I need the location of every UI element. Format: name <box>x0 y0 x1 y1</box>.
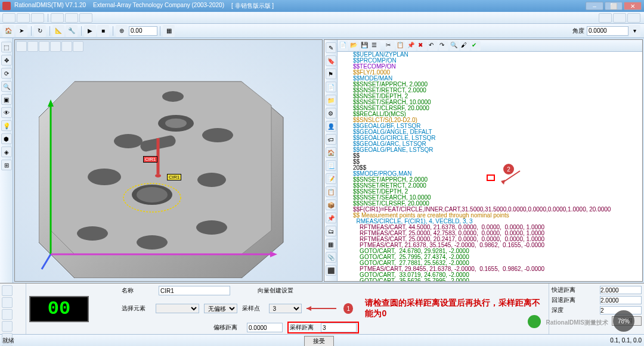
code-tool-home-icon[interactable]: 🏠 <box>326 147 336 158</box>
code-brush-icon[interactable]: 🖌 <box>460 41 470 51</box>
svg-point-13 <box>162 91 184 102</box>
arrow-icon[interactable]: ➤ <box>16 25 27 37</box>
coord-input[interactable] <box>129 26 157 36</box>
code-tool-pin-icon[interactable]: 📌 <box>326 213 336 223</box>
menu-item-6[interactable] <box>79 13 92 23</box>
name-input[interactable] <box>159 286 230 295</box>
svg-point-4 <box>137 187 168 202</box>
compensation-dropdown[interactable]: 无偏移 <box>204 304 237 313</box>
play-icon[interactable]: ▶ <box>84 25 96 37</box>
bottom-tool-3[interactable] <box>2 309 13 320</box>
bottom-tool-1[interactable] <box>2 285 13 296</box>
wire-icon[interactable]: ⊞ <box>1 160 12 170</box>
measure-icon[interactable]: ⊕ <box>116 25 128 37</box>
elem-btn-2[interactable] <box>107 304 117 313</box>
elem-btn-1[interactable] <box>97 304 106 313</box>
rotate-icon[interactable]: ⟳ <box>1 68 12 79</box>
code-open-icon[interactable]: 📂 <box>349 41 359 51</box>
vp-tool-3[interactable] <box>39 41 49 52</box>
surface-icon[interactable]: ◈ <box>1 146 12 157</box>
code-undo-icon[interactable]: ↶ <box>428 41 438 51</box>
zoom-icon[interactable]: 🔍 <box>1 81 12 92</box>
refresh-icon[interactable]: ↻ <box>34 25 46 37</box>
menu-item-5[interactable] <box>65 13 78 23</box>
select-elem-dropdown[interactable] <box>156 304 199 313</box>
code-tool-file-icon[interactable]: 📃 <box>326 160 336 171</box>
code-tool-pencil-icon[interactable]: ✎ <box>326 42 336 53</box>
misc-btn-1[interactable] <box>97 323 106 332</box>
code-tool-grid-icon[interactable]: ▦ <box>326 239 336 250</box>
code-tool-note-icon[interactable]: 📝 <box>326 173 336 184</box>
vp-tool-1[interactable] <box>16 41 27 52</box>
code-tool-flag-icon[interactable]: ⚑ <box>326 68 336 79</box>
3d-viewport[interactable]: CIR1 CIR1 <box>14 39 323 282</box>
window-minimize-button[interactable]: – <box>586 2 603 10</box>
menu-right-1[interactable] <box>599 13 612 23</box>
light-icon[interactable]: 💡 <box>1 120 12 131</box>
part-icon[interactable]: ⬢ <box>1 133 12 144</box>
code-tool-layers-icon[interactable]: 🗂 <box>326 226 336 236</box>
menu-right-3[interactable] <box>627 13 640 23</box>
view-icon[interactable]: 👁 <box>1 107 12 118</box>
sample-points-input[interactable]: 3 <box>269 304 302 313</box>
fit-icon[interactable]: ▣ <box>1 94 12 105</box>
code-delete-icon[interactable]: ✖ <box>417 41 427 51</box>
menu-item-3[interactable] <box>31 13 44 23</box>
code-cut-icon[interactable]: ✂ <box>385 41 395 51</box>
code-tool-tag-icon[interactable]: 🏷 <box>326 134 336 145</box>
menu-item-4[interactable] <box>51 13 64 23</box>
menu-right-2[interactable] <box>613 13 626 23</box>
label-cir1-yellow[interactable]: CIR1 <box>167 174 181 180</box>
zoom-badge[interactable]: 78% <box>613 310 634 332</box>
label-cir1-red[interactable]: CIR1 <box>143 156 157 163</box>
code-tool-doc2-icon[interactable]: 📋 <box>326 186 336 197</box>
fast-dist-input[interactable] <box>600 286 642 294</box>
shape-btn-2[interactable] <box>107 286 117 295</box>
move-icon[interactable]: ✥ <box>1 55 12 66</box>
code-tool-clip-icon[interactable]: 📎 <box>326 252 336 263</box>
code-tool-doc-icon[interactable]: 📄 <box>326 82 336 92</box>
code-copy-icon[interactable]: 📋 <box>396 41 405 51</box>
code-editor[interactable]: $$UEPLAN/ZYPLAN$$PRCOMP/ON$$TECOMP/ON$$F… <box>338 52 642 281</box>
angle-input[interactable] <box>587 26 628 36</box>
code-check-icon[interactable]: ✔ <box>471 41 481 51</box>
vp-tool-2[interactable] <box>27 41 38 52</box>
app-edition: [ 非销售版示版 ] <box>231 2 274 10</box>
code-tool-end-icon[interactable]: ⬛ <box>326 265 336 276</box>
grid-icon[interactable]: ▦ <box>163 25 175 37</box>
vp-tool-6[interactable] <box>73 41 83 52</box>
vp-tool-5[interactable] <box>61 41 72 52</box>
shape-btn-1[interactable] <box>97 286 106 295</box>
code-tool-user-icon[interactable]: 👤 <box>326 121 336 132</box>
vp-tool-4[interactable] <box>50 41 61 52</box>
select-icon[interactable]: ⬚ <box>1 42 12 52</box>
code-tool-folder-icon[interactable]: 📁 <box>326 95 336 105</box>
tool-icon-1[interactable]: 📐 <box>52 25 64 37</box>
svg-point-7 <box>196 220 227 235</box>
code-find-icon[interactable]: 🔍 <box>450 41 459 51</box>
submit-button[interactable]: 接受 <box>304 336 334 346</box>
bottom-tool-2[interactable] <box>2 297 13 308</box>
stop-icon[interactable]: ■ <box>97 25 109 37</box>
home-icon[interactable]: 🏠 <box>2 25 14 37</box>
point-counter: 00 <box>29 296 89 322</box>
sample-dist-input[interactable] <box>321 323 357 332</box>
code-tool-bookmark-icon[interactable]: 🔖 <box>326 55 336 66</box>
bottom-tool-4[interactable] <box>2 321 13 332</box>
window-maximize-button[interactable]: ⬜ <box>605 2 623 10</box>
misc-btn-2[interactable] <box>107 323 117 332</box>
code-redo-icon[interactable]: ↷ <box>439 41 448 51</box>
window-close-button[interactable]: ✕ <box>624 2 642 10</box>
offset-dist-input[interactable] <box>247 323 283 332</box>
back-dist-input[interactable] <box>600 296 642 304</box>
menu-item-2[interactable] <box>17 13 30 23</box>
tool-icon-2[interactable]: 🔧 <box>66 25 78 37</box>
code-save-icon[interactable]: 💾 <box>360 41 370 51</box>
menu-item-1[interactable] <box>2 13 16 23</box>
code-tool-gear-icon[interactable]: ⚙ <box>326 108 336 119</box>
code-paste-icon[interactable]: 📌 <box>407 41 416 51</box>
dropdown-icon[interactable]: ▾ <box>628 25 640 37</box>
code-new-icon[interactable]: 📄 <box>339 41 348 51</box>
code-tool-box-icon[interactable]: 📦 <box>326 200 336 210</box>
code-list-icon[interactable]: ☰ <box>371 41 380 51</box>
